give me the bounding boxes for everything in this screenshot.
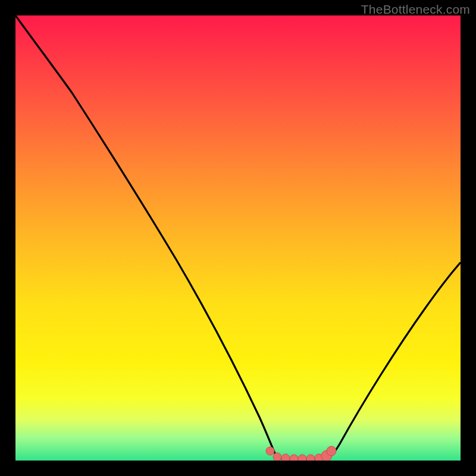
svg-point-3 xyxy=(290,455,298,461)
svg-point-0 xyxy=(266,447,274,455)
watermark-text: TheBottleneck.com xyxy=(361,2,470,17)
svg-point-2 xyxy=(281,454,290,461)
svg-point-8 xyxy=(327,446,336,456)
chart-stage: TheBottleneck.com xyxy=(0,0,476,476)
svg-point-4 xyxy=(298,455,306,461)
svg-point-1 xyxy=(273,453,281,461)
curve-layer xyxy=(15,15,461,461)
bottleneck-curve xyxy=(15,15,461,459)
svg-point-5 xyxy=(306,455,315,461)
plot-area xyxy=(15,15,461,461)
optimal-range-markers xyxy=(266,446,336,461)
